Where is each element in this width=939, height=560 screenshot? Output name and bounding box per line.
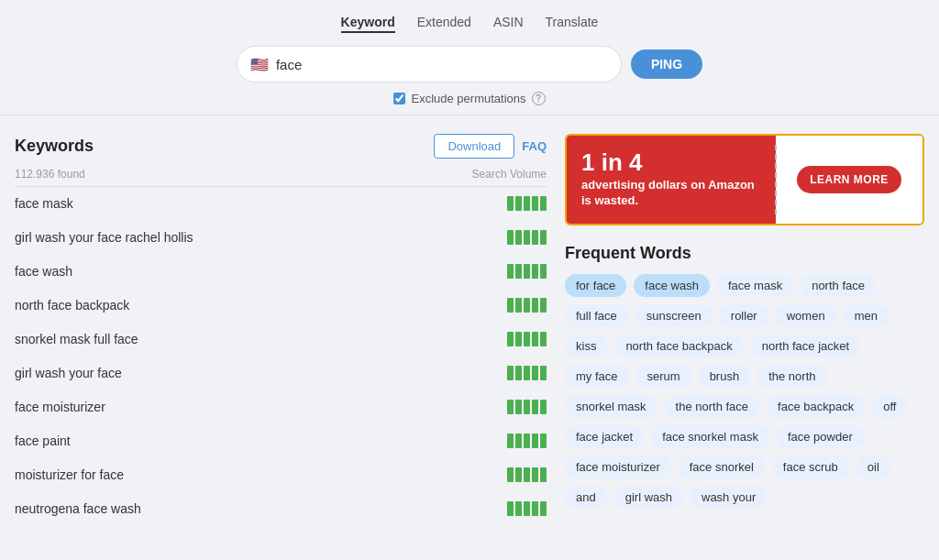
volume-bars [507, 298, 547, 313]
word-tag[interactable]: roller [720, 304, 768, 327]
right-panel: 1 in 4 advertising dollars on Amazon is … [565, 134, 924, 526]
word-tag[interactable]: face backpack [767, 395, 865, 418]
volume-bars [507, 264, 547, 279]
word-tag[interactable]: the north [757, 365, 826, 388]
dashed-divider [775, 145, 777, 214]
ad-red-section: 1 in 4 advertising dollars on Amazon is … [567, 136, 776, 224]
results-count: 112.936 found [15, 168, 85, 181]
word-tag[interactable]: sunscreen [635, 304, 713, 327]
tab-translate[interactable]: Translate [546, 13, 599, 33]
search-input-wrap: 🇺🇸 [237, 46, 622, 82]
help-icon[interactable]: ? [532, 92, 546, 105]
word-tag[interactable]: face mask [717, 274, 793, 297]
volume-bars [507, 467, 547, 482]
ad-big-text: 1 in 4 [581, 150, 761, 174]
ad-sub-text: advertising dollars on Amazon is wasted. [581, 178, 761, 209]
volume-bars [507, 230, 547, 245]
word-tag[interactable]: wash your [690, 486, 767, 509]
keyword-text: face paint [15, 434, 71, 448]
keyword-row[interactable]: north face backpack [15, 289, 547, 323]
main-content: Keywords Download FAQ 112.936 found Sear… [0, 115, 939, 526]
ping-button[interactable]: PING [631, 49, 702, 79]
keyword-text: face mask [15, 196, 73, 211]
volume-bars [507, 501, 547, 516]
keyword-list: face maskgirl wash your face rachel holl… [15, 187, 547, 526]
word-tag[interactable]: north face jacket [751, 335, 860, 357]
header-actions: Download FAQ [434, 134, 547, 159]
word-tag[interactable]: and [565, 486, 607, 509]
search-input[interactable] [276, 57, 608, 72]
word-tag[interactable]: snorkel mask [565, 395, 657, 418]
word-tag[interactable]: north face [801, 274, 876, 297]
word-tag[interactable]: face jacket [565, 425, 644, 448]
tab-extended[interactable]: Extended [417, 13, 471, 33]
word-tag[interactable]: face wash [634, 274, 710, 297]
keyword-text: neutrogena face wash [15, 501, 141, 516]
keyword-text: girl wash your face rachel hollis [15, 230, 193, 245]
exclude-row: Exclude permutations ? [0, 92, 939, 105]
keyword-text: north face backpack [15, 298, 129, 313]
word-tag[interactable]: face snorkel mask [651, 425, 769, 448]
volume-bars [507, 434, 547, 448]
keyword-text: face moisturizer [15, 400, 105, 414]
word-tag[interactable]: face snorkel [679, 456, 765, 478]
exclude-permutations-label: Exclude permutations [411, 92, 525, 105]
keyword-text: girl wash your face [15, 366, 122, 380]
exclude-permutations-checkbox[interactable] [393, 93, 405, 104]
word-tag[interactable]: girl wash [614, 486, 683, 509]
word-tag[interactable]: my face [565, 365, 629, 388]
keyword-row[interactable]: face mask [15, 187, 547, 221]
flag-icon: 🇺🇸 [250, 56, 269, 73]
tab-asin[interactable]: ASIN [493, 13, 524, 33]
keyword-row[interactable]: snorkel mask full face [15, 323, 547, 357]
word-tag[interactable]: for face [565, 274, 626, 297]
frequent-words-section: Frequent Words for faceface washface mas… [565, 244, 924, 509]
keyword-text: moisturizer for face [15, 467, 124, 482]
keyword-row[interactable]: face wash [15, 255, 547, 289]
ad-white-section: LEARN MORE [776, 136, 922, 224]
search-volume-label: Search Volume [472, 168, 547, 181]
word-tag[interactable]: face powder [777, 425, 864, 448]
tab-keyword[interactable]: Keyword [341, 13, 395, 33]
download-button[interactable]: Download [434, 134, 514, 159]
word-tag[interactable]: men [844, 304, 889, 327]
word-tag[interactable]: serum [636, 365, 691, 388]
faq-button[interactable]: FAQ [522, 134, 547, 159]
keyword-row[interactable]: girl wash your face rachel hollis [15, 221, 547, 255]
learn-more-button[interactable]: LEARN MORE [797, 166, 901, 193]
word-tag[interactable]: the north face [665, 395, 760, 418]
keyword-row[interactable]: neutrogena face wash [15, 492, 547, 526]
keyword-row[interactable]: moisturizer for face [15, 458, 547, 492]
word-tag[interactable]: face moisturizer [565, 456, 671, 478]
keyword-text: snorkel mask full face [15, 332, 138, 346]
keyword-text: face wash [15, 264, 72, 279]
keyword-row[interactable]: face moisturizer [15, 390, 547, 424]
frequent-words-title: Frequent Words [565, 244, 924, 263]
word-tag[interactable]: off [872, 395, 907, 418]
volume-bars [507, 196, 547, 211]
word-tag[interactable]: full face [565, 304, 628, 327]
volume-bars [507, 400, 547, 414]
ad-banner: 1 in 4 advertising dollars on Amazon is … [565, 134, 924, 225]
tab-bar: Keyword Extended ASIN Translate [0, 13, 939, 33]
word-tag[interactable]: brush [699, 365, 751, 388]
keywords-header: Keywords Download FAQ [15, 134, 547, 159]
volume-bars [507, 332, 547, 346]
word-tags-container: for faceface washface masknorth facefull… [565, 274, 924, 509]
word-tag[interactable]: face scrub [772, 456, 849, 478]
keyword-row[interactable]: girl wash your face [15, 357, 547, 390]
word-tag[interactable]: north face backpack [614, 335, 743, 357]
word-tag[interactable]: kiss [565, 335, 607, 357]
word-tag[interactable]: oil [856, 456, 890, 478]
search-bar: 🇺🇸 PING [0, 46, 939, 82]
results-row: 112.936 found Search Volume [15, 164, 547, 187]
word-tag[interactable]: women [776, 304, 836, 327]
keywords-title: Keywords [15, 137, 94, 156]
volume-bars [507, 366, 547, 380]
left-panel: Keywords Download FAQ 112.936 found Sear… [15, 134, 547, 526]
keyword-row[interactable]: face paint [15, 424, 547, 458]
